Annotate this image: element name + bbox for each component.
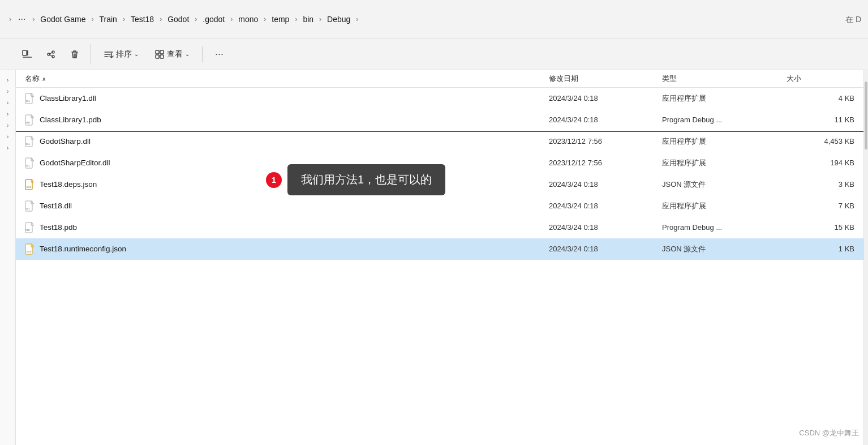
file-name-cell: PDB ClassLibrary1.pdb <box>25 114 549 126</box>
svg-marker-20 <box>31 158 34 161</box>
file-name: Test18.runtimeconfig.json <box>40 245 126 253</box>
col-header-name[interactable]: 名称 ∧ <box>25 74 549 84</box>
file-type: JSON 源文件 <box>662 244 787 254</box>
rename-button[interactable] <box>16 44 38 65</box>
left-nav-strip: › › › › › › › <box>0 70 16 445</box>
breadcrumb-godot-dot[interactable]: .godot <box>199 12 228 26</box>
svg-marker-11 <box>31 93 34 96</box>
scrollbar-thumb[interactable] <box>865 82 867 149</box>
dll-icon: DLL <box>25 157 35 169</box>
svg-point-4 <box>52 55 54 58</box>
left-nav-arrow[interactable]: › <box>5 75 11 85</box>
col-header-type[interactable]: 类型 <box>662 74 787 84</box>
dll-icon: DLL <box>25 93 35 104</box>
breadcrumb-bar: › ··· › Godot Game › Train › Test18 › Go… <box>0 0 868 38</box>
file-size: 1 KB <box>787 245 854 253</box>
file-size: 4,453 KB <box>787 137 854 146</box>
sort-chevron-icon: ⌄ <box>134 51 139 57</box>
left-nav-arrow2[interactable]: › <box>5 86 11 96</box>
breadcrumb-debug[interactable]: Debug <box>324 12 354 26</box>
left-nav-arrow7[interactable]: › <box>5 143 11 153</box>
file-date: 2024/3/24 0:18 <box>549 202 662 210</box>
table-row[interactable]: PDB Test18.pdb 2024/3/24 0:18 Program De… <box>16 217 863 238</box>
tooltip-badge: 1 <box>266 172 282 188</box>
file-date: 2024/3/24 0:18 <box>549 223 662 232</box>
file-list-area[interactable]: 名称 ∧ 修改日期 类型 大小 <box>16 70 863 445</box>
file-size: 194 KB <box>787 159 854 167</box>
table-row[interactable]: PDB ClassLibrary1.pdb 2024/3/24 0:18 Pro… <box>16 109 863 131</box>
breadcrumb-godot[interactable]: Godot <box>164 12 192 26</box>
svg-rect-9 <box>160 55 164 58</box>
breadcrumb-test18[interactable]: Test18 <box>127 12 157 26</box>
col-header-date[interactable]: 修改日期 <box>549 74 662 84</box>
svg-point-5 <box>48 53 50 55</box>
svg-rect-0 <box>23 50 27 55</box>
svg-marker-30 <box>31 222 34 225</box>
breadcrumb-godot-game[interactable]: Godot Game <box>37 12 89 26</box>
share-button[interactable] <box>40 44 62 65</box>
right-note: 在 D <box>845 15 861 25</box>
file-name: ClassLibrary1.pdb <box>40 115 101 124</box>
breadcrumb-train[interactable]: Train <box>96 12 121 26</box>
sep-7: › <box>295 15 297 23</box>
json-icon: JSON <box>25 243 35 255</box>
table-row[interactable]: DLL GodotSharp.dll 2023/12/12 7:56 应用程序扩… <box>16 131 863 152</box>
sep-5: › <box>230 15 233 23</box>
pdb-icon: PDB <box>25 222 35 233</box>
file-date: 2023/12/12 7:56 <box>549 137 662 146</box>
file-name-cell: DLL GodotSharp.dll <box>25 136 549 147</box>
breadcrumb-ellipsis[interactable]: ··· <box>14 12 30 27</box>
sep-3: › <box>160 15 162 23</box>
delete-button[interactable] <box>63 44 86 65</box>
tooltip-text: 我们用方法1，也是可以的 <box>287 164 445 195</box>
red-outline-group: DLL ClassLibrary1.dll 2024/3/24 0:18 应用程… <box>16 88 863 131</box>
table-row[interactable]: DLL Test18.dll 2024/3/24 0:18 应用程序扩展 7 K… <box>16 195 863 217</box>
file-date: 2024/3/24 0:18 <box>549 94 662 102</box>
tooltip-overlay: 1 我们用方法1，也是可以的 <box>266 164 445 195</box>
svg-text:DLL: DLL <box>26 143 31 146</box>
file-name: Test18.dll <box>40 202 72 210</box>
toolbar-more-button[interactable]: ··· <box>209 45 229 63</box>
file-size: 4 KB <box>787 94 854 102</box>
svg-rect-1 <box>27 50 28 55</box>
svg-rect-6 <box>156 50 159 54</box>
svg-text:PDB: PDB <box>26 122 31 124</box>
left-nav-arrow6[interactable]: › <box>5 131 11 142</box>
file-date: 2023/12/12 7:56 <box>549 159 662 167</box>
breadcrumb-bin[interactable]: bin <box>299 12 317 26</box>
file-name-cell: JSON Test18.runtimeconfig.json <box>25 243 549 255</box>
json-icon: JSON <box>25 179 35 190</box>
file-name-cell: DLL ClassLibrary1.dll <box>25 93 549 104</box>
svg-marker-27 <box>31 201 34 204</box>
table-row[interactable]: DLL ClassLibrary1.dll 2024/3/24 0:18 应用程… <box>16 88 863 109</box>
svg-marker-14 <box>31 115 34 118</box>
sep-1: › <box>92 15 94 23</box>
svg-rect-7 <box>160 50 164 54</box>
file-name-cell: DLL Test18.dll <box>25 200 549 212</box>
breadcrumb-temp[interactable]: temp <box>268 12 293 26</box>
main-area: › › › › › › › 名称 ∧ 修改日期 类型 大小 <box>0 70 868 445</box>
dll-icon: DLL <box>25 200 35 212</box>
file-type: Program Debug ... <box>662 223 787 232</box>
sort-button[interactable]: 排序 ⌄ <box>98 46 144 63</box>
view-button[interactable]: 查看 ⌄ <box>149 46 195 63</box>
nav-back-icon[interactable]: › <box>9 15 11 23</box>
left-nav-arrow5[interactable]: › <box>5 120 11 130</box>
left-nav-arrow3[interactable]: › <box>5 97 11 108</box>
file-name: Test18.pdb <box>40 223 77 232</box>
pdb-icon: PDB <box>25 114 35 126</box>
column-headers: 名称 ∧ 修改日期 类型 大小 <box>16 70 863 88</box>
col-header-size[interactable]: 大小 <box>787 74 854 84</box>
file-name-cell: PDB Test18.pdb <box>25 222 549 233</box>
svg-text:DLL: DLL <box>26 207 31 210</box>
scrollbar[interactable] <box>863 70 868 445</box>
left-nav-arrow4[interactable]: › <box>5 109 11 119</box>
table-row[interactable]: JSON Test18.runtimeconfig.json 2024/3/24… <box>16 238 863 260</box>
col-header-date-label: 修改日期 <box>549 74 578 84</box>
breadcrumb-mono[interactable]: mono <box>235 12 261 26</box>
col-header-size-label: 大小 <box>787 74 801 84</box>
sort-up-icon: ∧ <box>42 76 46 82</box>
svg-point-3 <box>52 51 54 53</box>
toolbar: 排序 ⌄ 查看 ⌄ ··· <box>0 38 868 70</box>
svg-text:DLL: DLL <box>26 100 31 102</box>
